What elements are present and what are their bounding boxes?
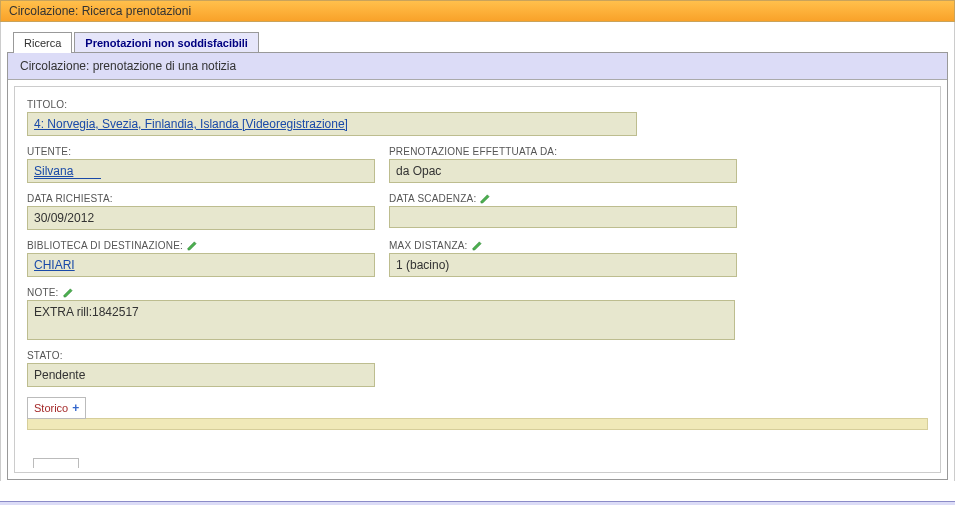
pencil-icon[interactable] <box>480 193 491 204</box>
storico-label: Storico <box>34 402 68 414</box>
tab-ricerca[interactable]: Ricerca <box>13 32 72 53</box>
label-utente: UTENTE: <box>27 146 375 157</box>
label-data-richiesta: DATA RICHIESTA: <box>27 193 375 204</box>
cutoff-element <box>33 458 79 468</box>
window-title-bar: Circolazione: Ricerca prenotazioni <box>0 0 955 22</box>
row-biblio-distanza: BIBLIOTECA DI DESTINAZIONE: CHIARI MAX D… <box>27 240 928 277</box>
field-titolo: 4: Norvegia, Svezia, Finlandia, Islanda … <box>27 112 637 136</box>
section-header: Circolazione: prenotazione di una notizi… <box>8 53 947 80</box>
tab-strip: Ricerca Prenotazioni non soddisfacibili <box>13 32 950 53</box>
row-utente-prenotazione: UTENTE: Silvana PRENOTAZIONE EFFETTUATA … <box>27 146 928 183</box>
field-stato: Pendente <box>27 363 375 387</box>
reservation-form: TITOLO: 4: Norvegia, Svezia, Finlandia, … <box>14 86 941 473</box>
label-biblioteca: BIBLIOTECA DI DESTINAZIONE: <box>27 240 375 251</box>
row-stato: STATO: Pendente <box>27 350 928 387</box>
label-data-scadenza: DATA SCADENZA: <box>389 193 737 204</box>
row-note: NOTE: EXTRA rill:1842517 <box>27 287 928 340</box>
row-titolo: TITOLO: 4: Norvegia, Svezia, Finlandia, … <box>27 99 928 136</box>
storico-button[interactable]: Storico + <box>27 397 86 419</box>
pencil-icon[interactable] <box>63 287 74 298</box>
page-body: Ricerca Prenotazioni non soddisfacibili … <box>0 22 955 481</box>
section-header-text: Circolazione: prenotazione di una notizi… <box>20 59 236 73</box>
row-date: DATA RICHIESTA: 30/09/2012 DATA SCADENZA… <box>27 193 928 230</box>
field-data-richiesta: 30/09/2012 <box>27 206 375 230</box>
field-utente: Silvana <box>27 159 375 183</box>
label-titolo: TITOLO: <box>27 99 928 110</box>
tab-ricerca-label: Ricerca <box>24 37 61 49</box>
field-note[interactable]: EXTRA rill:1842517 <box>27 300 735 340</box>
field-biblioteca[interactable]: CHIARI <box>27 253 375 277</box>
plus-icon: + <box>72 401 79 415</box>
label-note: NOTE: <box>27 287 928 298</box>
row-storico: Storico + <box>27 397 928 430</box>
utente-link[interactable]: Silvana <box>34 164 101 179</box>
field-data-scadenza[interactable] <box>389 206 737 228</box>
pencil-icon[interactable] <box>187 240 198 251</box>
field-prenotazione-da: da Opac <box>389 159 737 183</box>
tab-prenotazioni-label: Prenotazioni non soddisfacibili <box>85 37 248 49</box>
field-max-distanza[interactable]: 1 (bacino) <box>389 253 737 277</box>
window-title: Circolazione: Ricerca prenotazioni <box>9 4 191 18</box>
footer-bar: b <box>0 501 955 505</box>
storico-strip <box>27 418 928 430</box>
titolo-link[interactable]: 4: Norvegia, Svezia, Finlandia, Islanda … <box>34 117 348 131</box>
tab-prenotazioni-non-soddisfacibili[interactable]: Prenotazioni non soddisfacibili <box>74 32 259 53</box>
tab-content: Circolazione: prenotazione di una notizi… <box>7 52 948 480</box>
label-stato: STATO: <box>27 350 375 361</box>
label-max-distanza: MAX DISTANZA: <box>389 240 737 251</box>
label-prenotazione-da: PRENOTAZIONE EFFETTUATA DA: <box>389 146 737 157</box>
pencil-icon[interactable] <box>472 240 483 251</box>
biblioteca-link[interactable]: CHIARI <box>34 258 75 272</box>
